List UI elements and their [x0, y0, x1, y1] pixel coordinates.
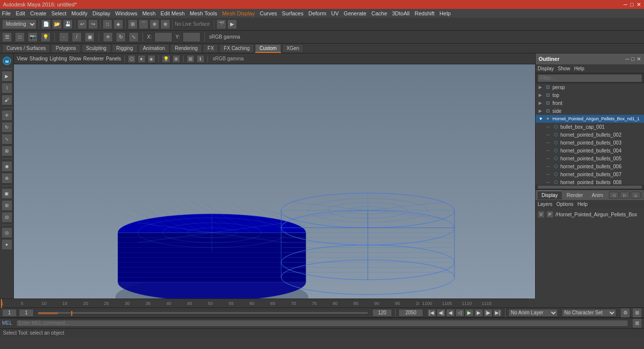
render-region-button[interactable]: ◎ — [1, 227, 12, 238]
menu-modify[interactable]: Modify — [71, 10, 87, 16]
outliner-item-front[interactable]: ▶ ⊡ front — [536, 99, 644, 107]
snap-to-grid-button[interactable]: ⊞ — [128, 19, 138, 29]
outliner-item-top[interactable]: ▶ ⊡ top — [536, 91, 644, 99]
menu-windows[interactable]: Windows — [115, 10, 138, 16]
ipr-region-button[interactable]: ● — [1, 239, 12, 250]
outliner-item-bullet-002[interactable]: ─ ⬡ hornet_pointed_bullets_002 — [536, 131, 644, 139]
rotate-tool-button[interactable]: ↻ — [116, 32, 126, 42]
shelf-tab-custom[interactable]: Custom — [255, 44, 281, 53]
shaded-wireframe-btn[interactable]: ◈ — [148, 55, 155, 63]
outliner-show-menu[interactable]: Show — [558, 66, 570, 71]
cb-util-btn3[interactable]: △ — [631, 192, 641, 199]
cb-util-btn4[interactable]: ▽ — [642, 192, 644, 199]
select-all-button[interactable]: ☰ — [2, 32, 12, 42]
grid-btn[interactable]: ⊞ — [187, 55, 195, 63]
render-tab[interactable]: Render — [563, 191, 587, 199]
scale-tool-lt[interactable]: ⤡ — [1, 134, 12, 145]
playback-fps-input[interactable] — [19, 309, 34, 317]
undo-button[interactable]: ↩ — [77, 19, 87, 29]
outliner-item-cap[interactable]: ─ ⬡ bullet_box_cap_001 — [536, 123, 644, 131]
select-tool-button[interactable]: ▶ — [1, 71, 12, 82]
autokey-button[interactable]: ⚙ — [620, 308, 630, 318]
ipr-button[interactable]: ▶ — [227, 19, 237, 29]
shelf-tab-curves-surfaces[interactable]: Curves / Surfaces — [2, 44, 50, 53]
lights-btn[interactable]: 💡 — [162, 55, 170, 63]
viewport-shading-menu[interactable]: Shading — [30, 56, 48, 61]
outliner-item-bullet-007[interactable]: ─ ⬡ hornet_pointed_bullets_007 — [536, 170, 644, 178]
hud-btn[interactable]: ℹ — [197, 55, 204, 63]
menu-cache[interactable]: Cache — [371, 10, 387, 16]
anim-end-input[interactable] — [398, 309, 423, 317]
outliner-item-bullet-006[interactable]: ─ ⬡ hornet_pointed_bullets_006 — [536, 162, 644, 170]
edge-select-button[interactable]: / — [72, 32, 82, 42]
move-tool-lt[interactable]: ✛ — [1, 110, 12, 121]
mel-command-input[interactable] — [16, 320, 628, 327]
outliner-item-bullet-004[interactable]: ─ ⬡ hornet_pointed_bullets_004 — [536, 147, 644, 154]
outliner-item-main-group[interactable]: ▼ ✦ Hornet_Pointed_Airgun_Pellets_Box_nd… — [536, 115, 644, 123]
scale-tool-button[interactable]: ⤡ — [129, 32, 139, 42]
current-frame-input[interactable] — [2, 309, 17, 317]
show-manip-button[interactable]: ⊕ — [1, 173, 12, 184]
display-tab[interactable]: Display — [538, 191, 562, 199]
light-icon-btn[interactable]: 💡 — [41, 32, 50, 42]
end-frame-input[interactable] — [372, 309, 392, 317]
menu-display[interactable]: Display — [93, 10, 110, 16]
shadows-btn[interactable]: ⊗ — [172, 55, 180, 63]
timeline-track[interactable]: 1 5 10 15 20 25 30 35 40 45 50 55 60 65 … — [0, 299, 420, 308]
shelf-tab-sculpting[interactable]: Sculpting — [82, 44, 111, 53]
menu-select[interactable]: Select — [51, 10, 67, 16]
menu-edit[interactable]: Edit — [16, 10, 25, 16]
paint-select-button[interactable]: 🖌 — [1, 95, 12, 105]
playback-range-bar[interactable] — [38, 311, 368, 314]
shelf-tab-animation[interactable]: Animation — [139, 44, 169, 53]
menu-redshift[interactable]: Redshift — [414, 10, 434, 16]
maximize-button[interactable]: □ — [630, 1, 634, 8]
rotate-tool-lt[interactable]: ↻ — [1, 122, 12, 133]
outliner-item-bullet-003[interactable]: ─ ⬡ hornet_pointed_bullets_003 — [536, 139, 644, 147]
mel-execute-button[interactable]: ⊞ — [632, 318, 642, 328]
select-by-object-button[interactable]: □ — [102, 19, 112, 29]
snap-to-view-button[interactable]: ⊗ — [160, 19, 170, 29]
menu-curves[interactable]: Curves — [260, 10, 277, 16]
layout-selector[interactable]: Modeling — [2, 19, 37, 29]
anim-layer-select[interactable]: No Anim Layer — [508, 309, 558, 317]
new-scene-button[interactable]: 📄 — [41, 19, 51, 29]
menu-mesh-display[interactable]: Mesh Display — [222, 10, 255, 16]
open-scene-button[interactable]: 📂 — [52, 19, 62, 29]
viewport-renderer-menu[interactable]: Renderer — [83, 56, 104, 61]
shelf-tab-xgen[interactable]: XGen — [282, 44, 304, 53]
menu-mesh-tools[interactable]: Mesh Tools — [190, 10, 217, 16]
vp-v-badge[interactable]: V — [538, 211, 545, 218]
snap-point-button[interactable]: ▣ — [1, 188, 12, 199]
translate-x-input[interactable]: 0.00 — [154, 32, 172, 42]
outliner-item-bullet-005[interactable]: ─ ⬡ hornet_pointed_bullets_005 — [536, 154, 644, 162]
cb-util-btn1[interactable]: ◁ — [609, 192, 619, 199]
outliner-item-side[interactable]: ▶ ⊡ side — [536, 107, 644, 115]
outliner-search[interactable] — [538, 74, 642, 82]
timeline-settings-button[interactable]: ⊞ — [632, 308, 642, 318]
menu-deform[interactable]: Deform — [308, 10, 326, 16]
redo-button[interactable]: ↪ — [88, 19, 98, 29]
snap-to-point-button[interactable]: ⊕ — [149, 19, 159, 29]
shelf-tab-fx[interactable]: FX — [203, 44, 218, 53]
camera-icon-btn[interactable]: 📷 — [28, 32, 38, 42]
universal-manip-button[interactable]: ⊞ — [1, 146, 12, 156]
close-button[interactable]: ✕ — [637, 1, 641, 8]
menu-3dto-all[interactable]: 3DtoAll — [392, 10, 409, 16]
minimize-button[interactable]: ─ — [624, 1, 628, 8]
save-scene-button[interactable]: 💾 — [63, 19, 73, 29]
menu-help[interactable]: Help — [440, 10, 451, 16]
outliner-scrollbar[interactable] — [536, 185, 644, 190]
shelf-tab-fx-caching[interactable]: FX Caching — [219, 44, 254, 53]
menu-create[interactable]: Create — [30, 10, 47, 16]
menu-mesh[interactable]: Mesh — [142, 10, 155, 16]
go-end-button[interactable]: ▶| — [493, 309, 502, 317]
outliner-close-btn[interactable]: ✕ — [637, 56, 641, 62]
viewport-view-menu[interactable]: View — [17, 56, 28, 61]
shelf-tab-rendering[interactable]: Rendering — [170, 44, 202, 53]
play-back-button[interactable]: ◁ — [455, 309, 464, 317]
layers-menu[interactable]: Layers — [538, 201, 552, 207]
viewport-lighting-menu[interactable]: Lighting — [50, 56, 67, 61]
character-set-select[interactable]: No Character Set — [562, 309, 616, 317]
prev-key-button[interactable]: ◀| — [437, 309, 446, 317]
